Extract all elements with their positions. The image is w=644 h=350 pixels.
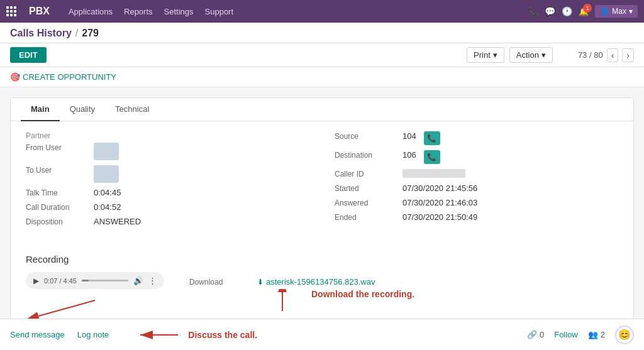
started-field: Started 07/30/2020 21:45:56 [335,183,618,193]
user-menu-button[interactable]: 👤 Max ▾ [595,5,638,18]
followers-count: 🔗 0 [527,330,544,339]
source-value: 104 [402,131,416,141]
discuss-annotation-area: Discuss the call. [134,325,257,344]
to-user-avatar [94,165,119,183]
people-number: 2 [601,330,605,339]
talk-time-field: Talk Time 0:04:45 [26,188,309,197]
next-button[interactable]: › [622,48,634,62]
followers-number: 0 [540,330,544,339]
main-card: Main Quality Technical Partner From User… [10,97,634,350]
audio-player: ▶ 0:07 / 4:45 🔊 ⋮ [26,272,164,289]
people-icon: 👥 [588,330,598,339]
breadcrumb: Calls History / 279 [10,28,634,43]
play-button[interactable]: ▶ [33,276,39,285]
create-opportunity-button[interactable]: 🎯 CREATE OPPORTUNITY [10,72,116,82]
caller-id-field: Caller ID [335,169,618,178]
more-options-icon[interactable]: ⋮ [148,276,157,285]
audio-progress[interactable] [82,280,128,282]
notification-count: 1 [583,4,592,13]
breadcrumb-separator: / [75,28,78,39]
nav-settings[interactable]: Settings [164,7,194,16]
bottom-bar: Send message Log note Discuss the call. … [0,319,644,350]
answered-value: 07/30/2020 21:46:03 [402,198,477,207]
source-call-button[interactable]: 📞 [424,131,440,145]
call-duration-value: 0:04:52 [94,202,121,212]
log-note-button[interactable]: Log note [77,330,109,339]
action-button[interactable]: Action ▾ [509,47,553,63]
talk-time-value: 0:04:45 [94,188,121,197]
send-message-button[interactable]: Send message [10,330,65,339]
tab-technical[interactable]: Technical [105,98,159,121]
follow-button[interactable]: Follow [554,330,578,339]
audio-progress-fill [82,280,89,282]
partner-label: Partner [26,131,309,140]
download-annotation-area: Download the recording. [257,289,414,314]
topnav-right: 📞 💬 🕐 🔔1 👤 Max ▾ [528,5,638,18]
opp-icon: 🎯 [10,72,20,82]
disposition-field: Disposition ANSWERED [26,217,309,226]
download-link[interactable]: ⬇ asterisk-1596134756.823.wav [257,277,414,287]
print-chevron: ▾ [493,50,497,60]
prev-button[interactable]: ‹ [607,48,619,62]
form-left-col: Partner From User To User Talk Time 0:04… [26,131,309,231]
tab-quality[interactable]: Quality [60,98,105,121]
username: Max [612,7,626,16]
download-col: Download ⬇ asterisk-1596134756.823.wav [189,272,414,319]
download-icon: ⬇ [257,278,264,287]
nav-applications[interactable]: Applications [69,7,113,16]
breadcrumb-title[interactable]: Calls History [10,28,72,39]
phone-icon[interactable]: 📞 [528,6,538,16]
action-chevron: ▾ [541,50,546,60]
tab-main[interactable]: Main [21,98,60,121]
disposition-label: Disposition [26,217,89,226]
started-label: Started [335,183,397,193]
started-value: 07/30/2020 21:45:56 [402,183,477,193]
page-header: Calls History / 279 [0,23,644,43]
to-user-label: To User [26,165,89,175]
grid-menu-icon[interactable] [6,6,16,16]
nav-reports[interactable]: Reports [124,7,153,16]
breadcrumb-number: 279 [82,28,99,39]
content-area: Main Quality Technical Partner From User… [0,87,644,350]
people-count: 👥 2 [588,330,605,339]
ended-field: Ended 07/30/2020 21:50:49 [335,212,618,222]
volume-icon[interactable]: 🔊 [133,276,143,285]
form-content: Partner From User To User Talk Time 0:04… [11,121,633,350]
emoji-button[interactable]: 😊 [615,325,634,344]
chat-icon[interactable]: 💬 [545,6,555,16]
followers-icon: 🔗 [527,330,537,339]
answered-label: Answered [335,198,397,207]
destination-call-button[interactable]: 📞 [424,150,440,164]
bottom-right: 🔗 0 Follow 👥 2 😊 [527,325,634,344]
create-opportunity-bar: 🎯 CREATE OPPORTUNITY [0,67,644,87]
call-duration-label: Call Duration [26,202,89,212]
audio-time: 0:07 / 4:45 [44,277,77,285]
source-label: Source [335,131,397,141]
svg-line-1 [38,300,95,316]
from-user-label: From User [26,143,89,152]
clock-icon[interactable]: 🕐 [562,6,572,16]
disposition-value: ANSWERED [94,217,141,226]
discuss-annotation-text: Discuss the call. [188,330,257,340]
destination-value: 106 [402,150,416,160]
toolbar-nav: 73 / 80 ‹ › [578,48,634,62]
notification-bell[interactable]: 🔔1 [579,7,589,16]
create-opp-label: CREATE OPPORTUNITY [23,72,116,82]
top-menu: Applications Reports Settings Support [69,7,515,16]
nav-support[interactable]: Support [205,7,234,16]
discuss-arrow-svg [134,325,184,344]
topnav: PBX Applications Reports Settings Suppor… [0,0,644,23]
edit-button[interactable]: EDIT [10,47,47,63]
from-user-field: From User [26,143,309,160]
app-logo: PBX [29,6,50,17]
destination-label: Destination [335,150,397,160]
talk-time-label: Talk Time [26,188,89,197]
from-user-avatar [94,143,119,160]
print-label: Print [474,50,491,60]
toolbar-center: Print ▾ Action ▾ [467,47,553,63]
download-arrow-svg [257,289,308,314]
tabs: Main Quality Technical [11,98,633,121]
ended-value: 07/30/2020 21:50:49 [402,212,477,222]
action-label: Action [516,50,539,60]
print-button[interactable]: Print ▾ [467,47,504,63]
